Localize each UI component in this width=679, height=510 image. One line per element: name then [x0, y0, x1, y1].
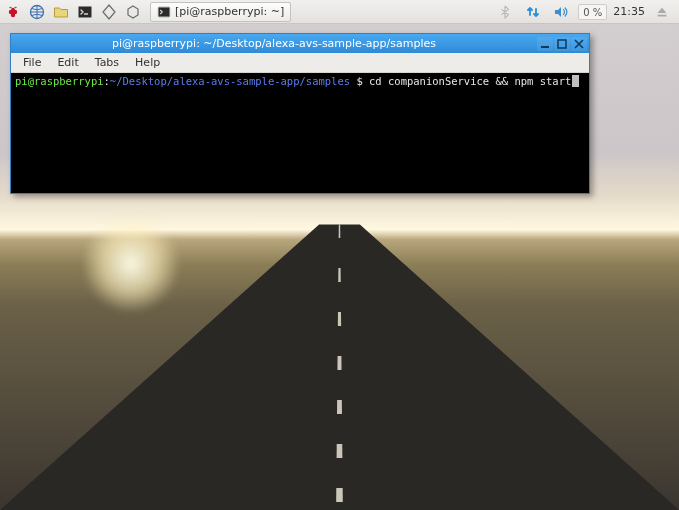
mathematica-icon[interactable]	[98, 2, 120, 22]
network-icon[interactable]	[522, 2, 544, 22]
cursor-icon	[572, 75, 579, 87]
taskbar-task-terminal[interactable]: [pi@raspberrypi: ~]	[150, 2, 291, 22]
svg-point-3	[11, 7, 15, 11]
terminal-menubar: File Edit Tabs Help	[11, 53, 589, 73]
svg-rect-8	[558, 40, 566, 48]
terminal-launcher-icon[interactable]	[74, 2, 96, 22]
taskbar-task-label: [pi@raspberrypi: ~]	[175, 5, 284, 18]
cpu-usage-badge[interactable]: 0 %	[578, 4, 607, 20]
wolfram-icon[interactable]	[122, 2, 144, 22]
prompt-user: pi	[15, 75, 28, 87]
taskbar: [pi@raspberrypi: ~] 0 % 21:35	[0, 0, 679, 24]
eject-icon[interactable]	[651, 2, 673, 22]
menu-edit[interactable]: Edit	[49, 54, 86, 71]
clock[interactable]: 21:35	[613, 5, 645, 18]
menu-tabs[interactable]: Tabs	[87, 54, 127, 71]
window-maximize-button[interactable]	[554, 37, 570, 51]
menu-raspberry-icon[interactable]	[2, 2, 24, 22]
terminal-viewport[interactable]: pi@raspberrypi:~/Desktop/alexa-avs-sampl…	[11, 73, 589, 193]
file-manager-icon[interactable]	[50, 2, 72, 22]
volume-icon[interactable]	[550, 2, 572, 22]
window-close-button[interactable]	[571, 37, 587, 51]
bluetooth-icon[interactable]	[494, 2, 516, 22]
window-title: pi@raspberrypi: ~/Desktop/alexa-avs-samp…	[11, 37, 537, 50]
prompt-symbol: $	[350, 75, 369, 87]
svg-point-2	[11, 12, 15, 16]
terminal-window: pi@raspberrypi: ~/Desktop/alexa-avs-samp…	[10, 33, 590, 194]
svg-rect-6	[158, 7, 169, 17]
command-text: cd companionService && npm start	[369, 75, 571, 87]
menu-help[interactable]: Help	[127, 54, 168, 71]
window-titlebar[interactable]: pi@raspberrypi: ~/Desktop/alexa-avs-samp…	[11, 34, 589, 53]
svg-rect-5	[79, 6, 92, 17]
window-minimize-button[interactable]	[537, 37, 553, 51]
svg-rect-7	[541, 46, 549, 48]
web-browser-icon[interactable]	[26, 2, 48, 22]
prompt-path: ~/Desktop/alexa-avs-sample-app/samples	[110, 75, 350, 87]
menu-file[interactable]: File	[15, 54, 49, 71]
prompt-host: raspberrypi	[34, 75, 104, 87]
